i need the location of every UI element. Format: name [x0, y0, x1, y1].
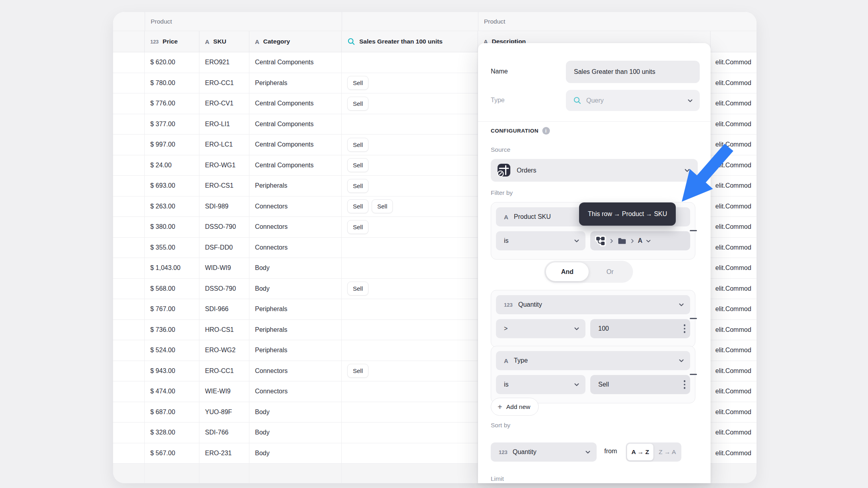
- cell-query-result[interactable]: Sell: [342, 135, 478, 155]
- cell-price[interactable]: $ 776.00: [145, 93, 199, 114]
- cell-category[interactable]: Connectors: [249, 381, 342, 402]
- filter-value-input[interactable]: Sell: [590, 375, 690, 394]
- cell-overflow-text[interactable]: elit.Commod: [711, 52, 757, 73]
- cell-category[interactable]: Central Components: [249, 135, 342, 155]
- filter-operator-select[interactable]: >: [496, 319, 585, 338]
- cell-overflow-text[interactable]: elit.Commod: [711, 135, 757, 155]
- cell-price[interactable]: $ 474.00: [145, 381, 199, 402]
- cell-category[interactable]: Connectors: [249, 361, 342, 382]
- cell-category[interactable]: Central Components: [249, 93, 342, 114]
- cell-overflow-text[interactable]: elit.Commod: [711, 155, 757, 176]
- cell-price[interactable]: $ 780.00: [145, 73, 199, 94]
- cell-overflow-text[interactable]: elit.Commod: [711, 238, 757, 258]
- cell-overflow-text[interactable]: elit.Commod: [711, 361, 757, 382]
- column-header-sku[interactable]: A SKU: [199, 31, 249, 52]
- cell-category[interactable]: Peripherals: [249, 299, 342, 320]
- cell-category[interactable]: Body: [249, 258, 342, 279]
- cell-overflow-text[interactable]: elit.Commod: [711, 340, 757, 361]
- cell-query-result[interactable]: [342, 238, 478, 258]
- cell-overflow-text[interactable]: elit.Commod: [711, 73, 757, 94]
- cell-price[interactable]: $ 736.00: [145, 320, 199, 341]
- remove-filter-button[interactable]: [690, 230, 697, 231]
- cell-query-result[interactable]: [342, 299, 478, 320]
- sell-badge[interactable]: Sell: [347, 179, 368, 193]
- cell-sku[interactable]: SDI-989: [199, 196, 249, 217]
- cell-category[interactable]: Body: [249, 279, 342, 300]
- cell-sku[interactable]: ERO-CS1: [199, 176, 249, 196]
- cell-price[interactable]: $ 567.00: [145, 443, 199, 464]
- cell-sku[interactable]: ERO-231: [199, 443, 249, 464]
- cell-query-result[interactable]: [342, 381, 478, 402]
- cell-query-result[interactable]: [342, 423, 478, 443]
- cell-overflow-text[interactable]: elit.Commod: [711, 176, 757, 196]
- filter-value-path-select[interactable]: A: [590, 231, 690, 250]
- cell-query-result[interactable]: [342, 320, 478, 341]
- cell-query-result[interactable]: Sell: [342, 217, 478, 238]
- filter-field-select[interactable]: A Type: [496, 351, 690, 370]
- cell-sku[interactable]: SDI-966: [199, 299, 249, 320]
- cell-query-result[interactable]: [342, 114, 478, 135]
- filter-field-select[interactable]: 123 Quantity: [496, 295, 690, 314]
- cell-overflow-text[interactable]: elit.Commod: [711, 93, 757, 114]
- cell-sku[interactable]: ERO921: [199, 52, 249, 73]
- sell-badge[interactable]: Sell: [347, 220, 368, 234]
- cell-query-result[interactable]: [342, 340, 478, 361]
- column-header-price[interactable]: 123 Price: [145, 31, 199, 52]
- source-select[interactable]: Orders: [491, 159, 698, 182]
- sort-descending-option[interactable]: Z → A: [654, 444, 680, 460]
- filter-operator-select[interactable]: is: [496, 375, 585, 394]
- column-header-category[interactable]: A Category: [249, 31, 342, 52]
- cell-sku[interactable]: DSSO-790: [199, 217, 249, 238]
- cell-query-result[interactable]: Sell: [342, 176, 478, 196]
- cell-sku[interactable]: YUO-89F: [199, 402, 249, 423]
- cell-price[interactable]: $ 997.00: [145, 135, 199, 155]
- group-header-product-1[interactable]: Product: [145, 12, 342, 31]
- cell-query-result[interactable]: Sell: [342, 93, 478, 114]
- column-header-query[interactable]: Sales Greater than 100 units: [342, 31, 478, 52]
- cell-sku[interactable]: ERO-LI1: [199, 114, 249, 135]
- filter-operator-select[interactable]: is: [496, 231, 585, 250]
- cell-price[interactable]: $ 377.00: [145, 114, 199, 135]
- cell-category[interactable]: Connectors: [249, 238, 342, 258]
- sell-badge[interactable]: Sell: [347, 282, 368, 296]
- sort-field-select[interactable]: 123 Quantity: [491, 442, 597, 462]
- cell-sku[interactable]: SDI-766: [199, 423, 249, 443]
- cell-query-result[interactable]: Sell: [342, 279, 478, 300]
- cell-price[interactable]: $ 568.00: [145, 279, 199, 300]
- sell-badge[interactable]: Sell: [347, 158, 368, 172]
- cell-overflow-text[interactable]: elit.Commod: [711, 217, 757, 238]
- cell-overflow-text[interactable]: elit.Commod: [711, 443, 757, 464]
- type-select[interactable]: Query: [566, 90, 700, 111]
- cell-category[interactable]: Body: [249, 443, 342, 464]
- cell-category[interactable]: Peripherals: [249, 320, 342, 341]
- cell-price[interactable]: $ 620.00: [145, 52, 199, 73]
- cell-query-result[interactable]: [342, 402, 478, 423]
- add-new-filter-button[interactable]: + Add new: [491, 398, 539, 416]
- cell-category[interactable]: Peripherals: [249, 340, 342, 361]
- cell-overflow-text[interactable]: elit.Commod: [711, 258, 757, 279]
- cell-sku[interactable]: DSF-DD0: [199, 238, 249, 258]
- sell-badge[interactable]: Sell: [347, 76, 368, 90]
- group-header-product-2[interactable]: Product: [478, 12, 757, 31]
- filter-value-input[interactable]: 100: [590, 319, 690, 338]
- cell-overflow-text[interactable]: elit.Commod: [711, 196, 757, 217]
- remove-filter-button[interactable]: [690, 318, 697, 319]
- cell-category[interactable]: Connectors: [249, 217, 342, 238]
- cell-query-result[interactable]: [342, 52, 478, 73]
- cell-sku[interactable]: WIE-WI9: [199, 381, 249, 402]
- cell-query-result[interactable]: Sell: [342, 155, 478, 176]
- cell-overflow-text[interactable]: elit.Commod: [711, 279, 757, 300]
- kebab-menu-icon[interactable]: [684, 324, 686, 333]
- cell-sku[interactable]: WID-WI9: [199, 258, 249, 279]
- sell-badge[interactable]: Sell: [372, 199, 393, 213]
- cell-overflow-text[interactable]: elit.Commod: [711, 381, 757, 402]
- cell-overflow-text[interactable]: elit.Commod: [711, 423, 757, 443]
- cell-sku[interactable]: DSSO-790: [199, 279, 249, 300]
- cell-category[interactable]: Central Components: [249, 155, 342, 176]
- info-icon[interactable]: i: [542, 127, 550, 135]
- cell-overflow-text[interactable]: elit.Commod: [711, 402, 757, 423]
- cell-overflow-text[interactable]: elit.Commod: [711, 320, 757, 341]
- cell-query-result[interactable]: Sell: [342, 361, 478, 382]
- cell-query-result[interactable]: [342, 258, 478, 279]
- cell-price[interactable]: $ 1,043.00: [145, 258, 199, 279]
